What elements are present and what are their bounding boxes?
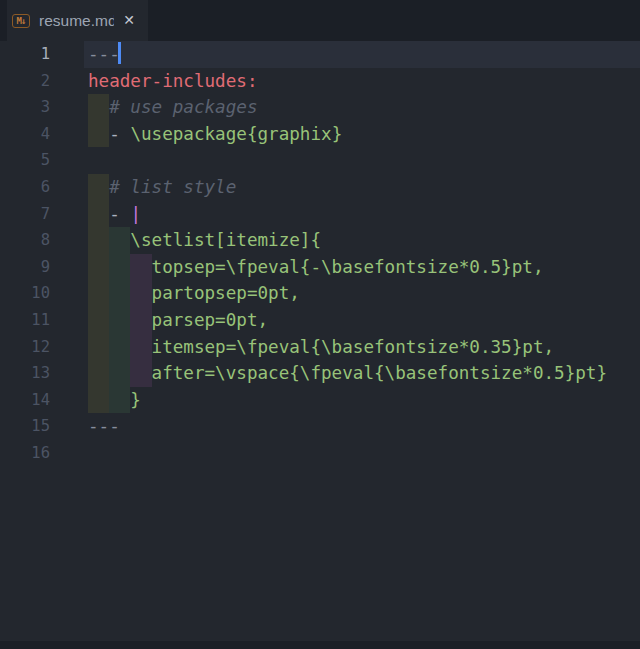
indent-guide-highlight	[130, 307, 151, 334]
line-number: 2	[0, 68, 50, 95]
code-line[interactable]: 14 }	[0, 387, 640, 414]
code-line-content	[50, 440, 640, 467]
line-number: 3	[0, 94, 50, 121]
code-line-content: }	[50, 387, 640, 414]
indent-guide-highlight	[109, 254, 130, 281]
code-line-content: ---	[50, 413, 640, 440]
code-line-content: itemsep=\fpeval{\basefontsize*0.35}pt,	[50, 334, 640, 361]
indent-guide-highlight	[130, 334, 151, 361]
code-token: itemsep=\fpeval{\basefontsize*0.35}pt,	[88, 337, 554, 357]
code-line-content: topsep=\fpeval{-\basefontsize*0.5}pt,	[50, 254, 640, 281]
line-number: 7	[0, 201, 50, 228]
editor[interactable]: 1---2header-includes:3 # use packages4 -…	[0, 41, 640, 641]
code-line-content: header-includes:	[50, 68, 640, 95]
code-line-content: parsep=0pt,	[50, 307, 640, 334]
code-line[interactable]: 11 parsep=0pt,	[0, 307, 640, 334]
indent-guide-highlight	[88, 174, 109, 201]
indent-guide-highlight	[88, 94, 109, 121]
line-number: 6	[0, 174, 50, 201]
tab-bar: M↓ resume.md ✕	[0, 0, 640, 41]
window-bottom-edge	[0, 641, 640, 649]
line-number: 12	[0, 334, 50, 361]
indent-guide-highlight	[88, 254, 109, 281]
indent-guide-highlight	[109, 360, 130, 387]
line-number: 16	[0, 440, 50, 467]
code-line[interactable]: 8 \setlist[itemize]{	[0, 227, 640, 254]
code-token: ---	[88, 416, 120, 436]
code-line[interactable]: 5	[0, 147, 640, 174]
indent-guide-highlight	[88, 334, 109, 361]
indent-guide-highlight	[88, 201, 109, 228]
indent-guide-highlight	[109, 307, 130, 334]
line-number: 13	[0, 360, 50, 387]
code-line[interactable]: 13 after=\vspace{\fpeval{\basefontsize*0…	[0, 360, 640, 387]
code-line-content: # list style	[50, 174, 640, 201]
code-line[interactable]: 12 itemsep=\fpeval{\basefontsize*0.35}pt…	[0, 334, 640, 361]
indent-guide-highlight	[88, 360, 109, 387]
line-number: 1	[0, 41, 50, 68]
code-line-content: \setlist[itemize]{	[50, 227, 640, 254]
code-line[interactable]: 6 # list style	[0, 174, 640, 201]
code-line[interactable]: 2header-includes:	[0, 68, 640, 95]
code-token: |	[130, 204, 141, 224]
tab-close-icon[interactable]: ✕	[120, 12, 138, 30]
line-number: 14	[0, 387, 50, 414]
indent-guide-highlight	[88, 121, 109, 148]
indent-guide-highlight	[109, 227, 130, 254]
code-line[interactable]: 10 partopsep=0pt,	[0, 280, 640, 307]
code-token: ---	[88, 44, 120, 64]
code-token: header-includes:	[88, 71, 257, 91]
code-token: \usepackage{graphix}	[130, 124, 342, 144]
code-line-content: - |	[50, 201, 640, 228]
indent-guide-highlight	[130, 360, 151, 387]
code-line-content: ---	[50, 41, 640, 68]
code-line[interactable]: 15---	[0, 413, 640, 440]
line-number: 4	[0, 121, 50, 148]
line-number: 5	[0, 147, 50, 174]
code-line[interactable]: 3 # use packages	[0, 94, 640, 121]
indent-guide-highlight	[130, 280, 151, 307]
indent-guide-highlight	[88, 280, 109, 307]
code-line[interactable]: 7 - |	[0, 201, 640, 228]
tab-resume-md[interactable]: M↓ resume.md ✕	[7, 0, 148, 41]
indent-guide-highlight	[88, 307, 109, 334]
code-line[interactable]: 1---	[0, 41, 640, 68]
editor-lines: 1---2header-includes:3 # use packages4 -…	[0, 41, 640, 467]
indent-guide-highlight	[109, 387, 130, 414]
code-token: topsep=\fpeval{-\basefontsize*0.5}pt,	[88, 257, 543, 277]
line-number: 9	[0, 254, 50, 281]
code-token: # list style	[88, 177, 236, 197]
code-line-content: # use packages	[50, 94, 640, 121]
code-line[interactable]: 4 - \usepackage{graphix}	[0, 121, 640, 148]
line-number: 15	[0, 413, 50, 440]
tab-filename: resume.md	[39, 12, 114, 30]
line-number: 11	[0, 307, 50, 334]
code-line[interactable]: 16	[0, 440, 640, 467]
line-number: 8	[0, 227, 50, 254]
code-token: # use packages	[88, 97, 257, 117]
code-line-content: - \usepackage{graphix}	[50, 121, 640, 148]
text-cursor	[118, 42, 121, 64]
code-token: after=\vspace{\fpeval{\basefontsize*0.5}…	[88, 363, 607, 383]
code-line[interactable]: 9 topsep=\fpeval{-\basefontsize*0.5}pt,	[0, 254, 640, 281]
code-line-content	[50, 147, 640, 174]
line-number: 10	[0, 280, 50, 307]
indent-guide-highlight	[130, 254, 151, 281]
indent-guide-highlight	[109, 334, 130, 361]
code-line-content: after=\vspace{\fpeval{\basefontsize*0.5}…	[50, 360, 640, 387]
indent-guide-highlight	[88, 387, 109, 414]
indent-guide-highlight	[109, 280, 130, 307]
indent-guide-highlight	[88, 227, 109, 254]
markdown-file-icon: M↓	[12, 14, 30, 28]
code-line-content: partopsep=0pt,	[50, 280, 640, 307]
